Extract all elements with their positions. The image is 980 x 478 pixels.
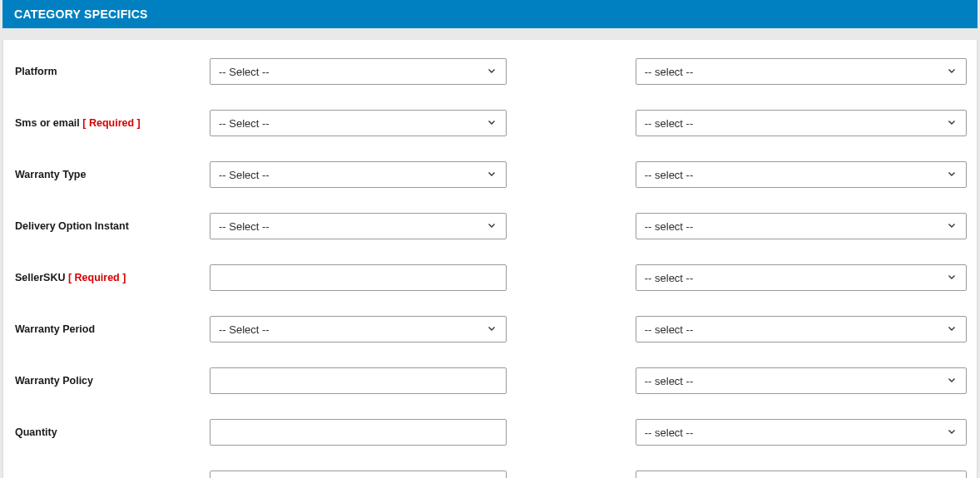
warranty-type-select[interactable]: -- Select --: [210, 161, 507, 188]
label-text: Warranty Policy: [15, 375, 93, 387]
chevron-down-icon: [486, 116, 497, 131]
label-text: Quantity: [15, 426, 57, 438]
field-label: Quantity: [13, 426, 210, 438]
select-value: -- select --: [645, 323, 694, 336]
mapping-select[interactable]: -- select --: [636, 264, 967, 291]
mapping-select[interactable]: -- select --: [636, 419, 967, 446]
mapping-select[interactable]: -- select --: [636, 161, 967, 188]
chevron-down-icon: [946, 219, 958, 234]
mapping-select[interactable]: -- select --: [636, 58, 967, 85]
chevron-down-icon: [946, 116, 958, 131]
select-value: -- select --: [645, 66, 694, 78]
chevron-down-icon: [946, 65, 958, 79]
field-label: Warranty Period: [13, 323, 210, 335]
mapping-select[interactable]: -- select --: [636, 471, 967, 478]
delivery-option-select[interactable]: -- Select --: [210, 213, 507, 239]
select-value: -- select --: [645, 426, 694, 439]
select-value: -- select --: [645, 220, 694, 233]
chevron-down-icon: [486, 323, 497, 337]
form-row: SellerSKU [ Required ] -- select --: [13, 264, 967, 291]
mapping-select[interactable]: -- select --: [636, 316, 967, 342]
warranty-policy-input[interactable]: [210, 367, 507, 394]
mapping-select[interactable]: -- select --: [636, 110, 967, 136]
field-label: Warranty Type: [13, 169, 210, 180]
select-value: -- Select --: [219, 66, 270, 78]
select-value: -- select --: [645, 117, 694, 130]
section-header: CATEGORY SPECIFICS: [2, 0, 978, 28]
select-value: -- Select --: [219, 169, 270, 181]
mapping-select[interactable]: -- select --: [636, 213, 967, 239]
form-panel: Platform -- Select -- -- select -- Sms o…: [2, 40, 978, 478]
form-row: Delivery Option Instant -- Select -- -- …: [13, 213, 967, 239]
form-row: Warranty Policy -- select --: [13, 367, 967, 394]
form-row: Platform -- Select -- -- select --: [13, 58, 967, 85]
form-row: Warranty Type -- Select -- -- select --: [13, 161, 967, 188]
platform-select[interactable]: -- Select --: [210, 58, 507, 85]
seller-sku-input[interactable]: [210, 264, 507, 291]
select-value: -- Select --: [219, 117, 270, 130]
field-label: SellerSKU [ Required ]: [13, 272, 210, 283]
required-tag: [ Required ]: [82, 117, 140, 129]
chevron-down-icon: [946, 374, 958, 388]
chevron-down-icon: [946, 168, 958, 182]
chevron-down-icon: [946, 426, 958, 440]
quantity-input[interactable]: [210, 419, 507, 446]
field-label: Delivery Option Instant: [13, 220, 210, 232]
select-value: -- Select --: [219, 323, 270, 336]
label-text: Warranty Type: [15, 169, 86, 180]
name-malay-input[interactable]: [210, 471, 507, 478]
select-value: -- select --: [645, 169, 694, 181]
form-row: Sms or email [ Required ] -- Select -- -…: [13, 110, 967, 136]
select-value: -- select --: [645, 272, 694, 284]
label-text: Sms or email: [15, 117, 80, 129]
select-value: -- Select --: [219, 220, 270, 233]
label-text: Delivery Option Instant: [15, 220, 129, 232]
mapping-select[interactable]: -- select --: [636, 367, 967, 394]
required-tag: [ Required ]: [68, 272, 126, 283]
field-label: Sms or email [ Required ]: [13, 117, 210, 129]
label-text: Platform: [15, 66, 57, 77]
sms-or-email-select[interactable]: -- Select --: [210, 110, 507, 136]
label-text: SellerSKU: [15, 272, 65, 283]
chevron-down-icon: [486, 168, 497, 182]
chevron-down-icon: [946, 323, 958, 337]
chevron-down-icon: [486, 65, 497, 79]
label-text: Warranty Period: [15, 323, 95, 335]
field-label: Platform: [13, 66, 210, 77]
form-row: Warranty Period -- Select -- -- select -…: [13, 316, 967, 342]
select-value: -- select --: [645, 375, 694, 387]
chevron-down-icon: [486, 219, 497, 234]
form-row: Name (Malay) -- select --: [13, 471, 967, 478]
chevron-down-icon: [946, 271, 958, 285]
warranty-period-select[interactable]: -- Select --: [210, 316, 507, 342]
field-label: Warranty Policy: [13, 375, 210, 387]
form-row: Quantity -- select --: [13, 419, 967, 446]
